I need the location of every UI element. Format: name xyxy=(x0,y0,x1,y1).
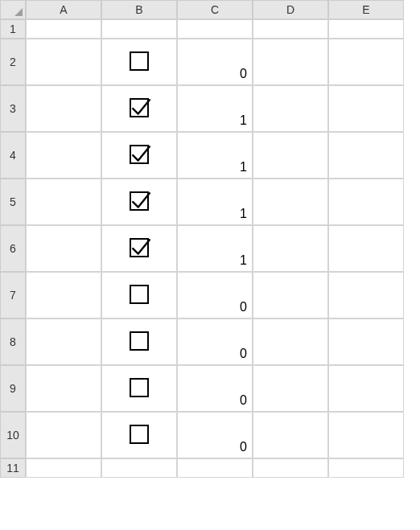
cell-D4[interactable] xyxy=(253,132,328,179)
cell-D10[interactable] xyxy=(253,412,328,458)
cell-C6[interactable]: 1 xyxy=(177,225,253,272)
select-all-corner[interactable] xyxy=(0,0,26,19)
cell-C8[interactable]: 0 xyxy=(177,318,253,365)
cell-A7[interactable] xyxy=(26,272,101,318)
cell-E11[interactable] xyxy=(328,458,404,478)
cell-B10[interactable] xyxy=(101,412,177,458)
row-header-3[interactable]: 3 xyxy=(0,85,26,132)
cell-D1[interactable] xyxy=(253,19,328,39)
cell-C2[interactable]: 0 xyxy=(177,39,253,85)
checkmark-icon xyxy=(130,97,151,118)
cell-A5[interactable] xyxy=(26,179,101,225)
cell-D6[interactable] xyxy=(253,225,328,272)
cell-B1[interactable] xyxy=(101,19,177,39)
row-header-11[interactable]: 11 xyxy=(0,458,26,478)
cell-E3[interactable] xyxy=(328,85,404,132)
cell-B2[interactable] xyxy=(101,39,177,85)
cell-D11[interactable] xyxy=(253,458,328,478)
row-header-9[interactable]: 9 xyxy=(0,365,26,412)
spreadsheet-grid[interactable]: ABCDE1203141516170809010011 xyxy=(0,0,420,478)
checkbox-row-4[interactable] xyxy=(130,145,149,164)
checkbox-row-10[interactable] xyxy=(130,425,149,444)
cell-E10[interactable] xyxy=(328,412,404,458)
cell-B5[interactable] xyxy=(101,179,177,225)
checkmark-icon xyxy=(130,191,151,212)
cell-A6[interactable] xyxy=(26,225,101,272)
cell-E2[interactable] xyxy=(328,39,404,85)
col-header-E[interactable]: E xyxy=(328,0,404,19)
cell-C3[interactable]: 1 xyxy=(177,85,253,132)
cell-B8[interactable] xyxy=(101,318,177,365)
cell-D9[interactable] xyxy=(253,365,328,412)
cell-E6[interactable] xyxy=(328,225,404,272)
cell-C1[interactable] xyxy=(177,19,253,39)
row-header-7[interactable]: 7 xyxy=(0,272,26,318)
checkmark-icon xyxy=(130,144,151,165)
cell-B4[interactable] xyxy=(101,132,177,179)
cell-E9[interactable] xyxy=(328,365,404,412)
cell-A10[interactable] xyxy=(26,412,101,458)
checkbox-row-8[interactable] xyxy=(130,331,149,351)
cell-A11[interactable] xyxy=(26,458,101,478)
cell-A2[interactable] xyxy=(26,39,101,85)
col-header-B[interactable]: B xyxy=(101,0,177,19)
cell-D3[interactable] xyxy=(253,85,328,132)
cell-E1[interactable] xyxy=(328,19,404,39)
checkbox-row-3[interactable] xyxy=(130,98,149,117)
cell-B6[interactable] xyxy=(101,225,177,272)
cell-A3[interactable] xyxy=(26,85,101,132)
cell-A9[interactable] xyxy=(26,365,101,412)
checkmark-icon xyxy=(130,237,151,258)
cell-D2[interactable] xyxy=(253,39,328,85)
cell-B11[interactable] xyxy=(101,458,177,478)
cell-C5[interactable]: 1 xyxy=(177,179,253,225)
cell-D8[interactable] xyxy=(253,318,328,365)
cell-B3[interactable] xyxy=(101,85,177,132)
cell-A8[interactable] xyxy=(26,318,101,365)
cell-D7[interactable] xyxy=(253,272,328,318)
cell-C4[interactable]: 1 xyxy=(177,132,253,179)
cell-A1[interactable] xyxy=(26,19,101,39)
checkbox-row-9[interactable] xyxy=(130,378,149,397)
col-header-A[interactable]: A xyxy=(26,0,101,19)
checkbox-row-2[interactable] xyxy=(130,51,149,71)
cell-C10[interactable]: 0 xyxy=(177,412,253,458)
row-header-2[interactable]: 2 xyxy=(0,39,26,85)
row-header-1[interactable]: 1 xyxy=(0,19,26,39)
cell-E8[interactable] xyxy=(328,318,404,365)
checkbox-row-6[interactable] xyxy=(130,238,149,257)
col-header-D[interactable]: D xyxy=(253,0,328,19)
cell-C11[interactable] xyxy=(177,458,253,478)
row-header-5[interactable]: 5 xyxy=(0,179,26,225)
row-header-8[interactable]: 8 xyxy=(0,318,26,365)
cell-B7[interactable] xyxy=(101,272,177,318)
checkbox-row-7[interactable] xyxy=(130,285,149,304)
cell-C7[interactable]: 0 xyxy=(177,272,253,318)
cell-E7[interactable] xyxy=(328,272,404,318)
cell-E4[interactable] xyxy=(328,132,404,179)
cell-A4[interactable] xyxy=(26,132,101,179)
col-header-C[interactable]: C xyxy=(177,0,253,19)
row-header-10[interactable]: 10 xyxy=(0,412,26,458)
checkbox-row-5[interactable] xyxy=(130,191,149,211)
cell-D5[interactable] xyxy=(253,179,328,225)
cell-B9[interactable] xyxy=(101,365,177,412)
cell-E5[interactable] xyxy=(328,179,404,225)
row-header-4[interactable]: 4 xyxy=(0,132,26,179)
cell-C9[interactable]: 0 xyxy=(177,365,253,412)
row-header-6[interactable]: 6 xyxy=(0,225,26,272)
